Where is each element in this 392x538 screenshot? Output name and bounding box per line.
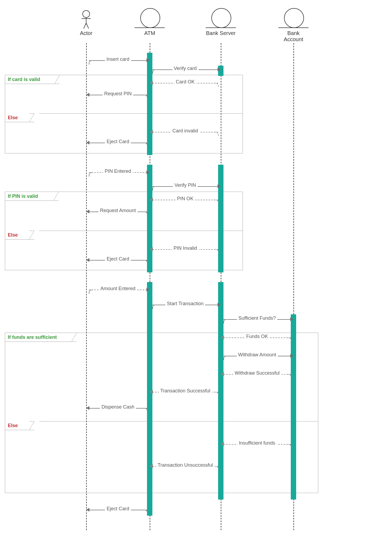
arrowhead [146,170,150,174]
message-shoulder [152,69,157,74]
participant-label-actor: Actor [70,30,102,36]
message-shoulder [89,172,93,177]
arrowhead [86,258,89,262]
arrowhead [86,406,89,410]
message-label: Transaction Successful [159,388,212,394]
arrowhead [150,464,153,468]
participant-label: ATM [128,30,171,36]
arrowhead [218,303,221,307]
arrowhead [86,93,89,97]
message-shoulder [152,305,157,309]
arrowhead [86,210,89,213]
fragment-guard-if: If funds are sufficient [5,333,72,342]
arrowhead [150,198,153,202]
activation-bar [147,53,152,155]
fragment-guard-if: If card is valid [5,75,55,84]
message-label: Verify PIN [173,182,198,188]
message-label: Request Amount [99,208,138,213]
fragment-guard-else: Else [5,113,29,122]
message-label: Transaction Unsuccessful [156,462,215,468]
arrowhead [150,390,153,394]
activation-bar [218,165,223,272]
message-label: Funds OK [245,334,270,339]
message-label: Eject Card [105,506,131,512]
fragment-guard-else: Else [5,231,29,240]
message-label: PIN OK [176,196,195,202]
arrowhead [146,288,150,291]
arrowhead [86,141,89,145]
arrowhead [221,442,224,446]
message-label: Eject Card [105,256,131,262]
message-label: Start Transaction [165,301,205,307]
message-label: Eject Card [105,139,131,145]
arrowhead [150,81,153,85]
activation-bar [218,282,223,498]
participant-icon [211,8,231,28]
message-label: Insufficient funds [237,440,277,446]
activation-bar [291,495,296,500]
arrowhead [290,354,293,358]
participant-label: Bank Account [272,30,315,43]
message-label: Verify card [172,66,198,71]
message-label: Dispense Cash [100,404,136,410]
message-label: Card invalid [171,128,200,134]
activation-bar [147,165,152,272]
message-label: Request PIN [103,91,133,97]
arrowhead [150,130,153,134]
activation-bar [291,314,296,498]
arrowhead [86,508,89,512]
arrowhead [290,317,293,321]
sequence-diagram: ActorATMBank ServerBank AccountIf card i… [0,0,392,538]
participant-label: Bank Server [199,30,242,36]
actor-icon [81,10,92,25]
message-label: Withdraw Amount [237,352,278,358]
message-shoulder [89,60,93,65]
arrowhead [221,336,224,339]
message-shoulder [223,356,228,360]
message-label: Amount Entered [99,286,137,291]
arrowhead [218,184,221,188]
message-label: Sufficient Funds? [237,315,278,321]
message-shoulder [89,290,93,294]
message-label: PIN Invalid [172,245,199,251]
arrowhead [221,372,224,376]
participant-icon [284,8,304,28]
participant-icon [140,8,160,28]
activation-bar [147,282,152,516]
message-label: Card OK [174,79,196,85]
message-shoulder [223,319,228,323]
message-label: Withdraw Successful [233,370,281,376]
arrowhead [218,68,221,71]
message-shoulder [152,186,157,191]
fragment-guard-if: If PIN is valid [5,192,54,201]
activation-bar [218,495,223,500]
arrowhead [146,58,150,62]
fragment-guard-else: Else [5,421,29,430]
message-label: Insert card [105,57,131,62]
message-label: PIN Entered [103,168,133,174]
arrowhead [150,247,153,251]
